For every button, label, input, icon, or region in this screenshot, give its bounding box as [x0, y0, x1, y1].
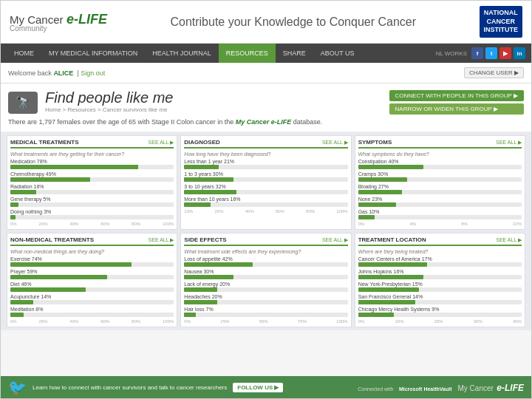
- find-title-block: Find people like me Home > Resources > C…: [45, 89, 173, 115]
- axis-symptoms: 0%4%8%10%: [358, 222, 522, 226]
- side-effects-panel: SIDE EFFECTS SEE ALL ▶ What treatment si…: [180, 233, 351, 327]
- nav-medical-info[interactable]: MY MEDICAL INFORMATION: [41, 44, 145, 63]
- bar-chemo: Chemotherapy 49%: [10, 171, 174, 182]
- binoculars-icon: 🔭: [8, 92, 38, 114]
- nav-bar: HOME MY MEDICAL INFORMATION HEALTH JOURN…: [1, 44, 531, 63]
- change-user-button[interactable]: CHANGE USER ▶: [464, 67, 524, 78]
- ms-healthvault-label: Microsoft HealthVault: [399, 386, 452, 392]
- bar-gene-therapy: Gene therapy 5%: [10, 197, 174, 207]
- see-all-non-medical[interactable]: SEE ALL ▶: [149, 237, 174, 243]
- symptoms-panel: SYMPTOMS SEE ALL ▶ What symptoms do they…: [355, 135, 525, 230]
- connect-group-button[interactable]: CONNECT WITH PEOPLE IN THIS GROUP ▶: [389, 90, 524, 101]
- brand-inline: My Cancer e-LIFE: [236, 118, 292, 126]
- bar-medication: Medication 78%: [10, 159, 174, 169]
- axis-diagnosed: 10%20%40%60%80%100%: [184, 209, 347, 214]
- panel-title-non-medical: NON-MEDICAL TREATMENTS: [10, 236, 94, 243]
- logo-elife-text: e-LIFE: [66, 12, 107, 27]
- find-section: 🔭 Find people like me Home > Resources >…: [1, 83, 531, 132]
- header-tagline: Contribute your Knowledge to Conquer Can…: [107, 16, 480, 29]
- axis-medical: 0%20%40%60%80%100%: [10, 222, 174, 226]
- treatment-location-panel: TREATMENT LOCATION SEE ALL ▶ Where are t…: [355, 233, 525, 327]
- youtube-icon[interactable]: ▶: [499, 47, 511, 59]
- bar-radiation: Radiation 16%: [10, 184, 174, 194]
- main-container: My Cancer e-LIFE Community Contribute yo…: [0, 0, 532, 399]
- stats-grid: MEDICAL TREATMENTS SEE ALL ▶ What treatm…: [1, 132, 531, 231]
- breadcrumb: Home > Resources > Cancer survivors like…: [45, 106, 173, 113]
- diagnosed-panel: DIAGNOSED SEE ALL ▶ How long have they b…: [180, 135, 351, 230]
- linkedin-icon[interactable]: in: [514, 47, 525, 59]
- panel-subtitle-non-medical: What non-medical things are they doing?: [10, 249, 174, 254]
- panel-header-non-medical: NON-MEDICAL TREATMENTS SEE ALL ▶: [10, 236, 174, 246]
- panel-title-medical: MEDICAL TREATMENTS: [10, 139, 79, 146]
- axis-location: 0%10%20%30%40%: [358, 319, 522, 324]
- logo-area: My Cancer e-LIFE Community: [10, 12, 107, 33]
- panel-header-diagnosed: DIAGNOSED SEE ALL ▶: [184, 139, 347, 149]
- panel-subtitle-side-effects: What treatment side effects are they exp…: [184, 249, 347, 254]
- panel-subtitle-location: Where are they being treated?: [358, 249, 522, 254]
- footer-bar: 🐦 Learn how to connect with cancer survi…: [1, 376, 531, 398]
- nav-health-journal[interactable]: HEALTH JOURNAL: [145, 44, 218, 63]
- sign-out-link[interactable]: Sign out: [81, 69, 105, 77]
- bar-doing-nothing: Doing nothing 3%: [10, 209, 174, 219]
- see-all-diagnosed[interactable]: SEE ALL ▶: [322, 140, 348, 146]
- stats-grid-row2: NON-MEDICAL TREATMENTS SEE ALL ▶ What no…: [1, 231, 531, 330]
- nav-home[interactable]: HOME: [7, 44, 41, 63]
- footer-brand: My Cancer e-LIFE: [458, 381, 524, 394]
- welcome-text: Welcome back ALICE | Sign out: [8, 69, 105, 77]
- bird-icon: 🐦: [8, 378, 27, 396]
- see-all-symptoms[interactable]: SEE ALL ▶: [496, 140, 522, 146]
- panel-subtitle-diagnosed: How long have they been diagnosed?: [184, 151, 347, 157]
- panel-subtitle-symptoms: What symptoms do they have?: [358, 151, 522, 157]
- footer-text: Learn how to connect with cancer survivo…: [33, 384, 227, 391]
- top-header: My Cancer e-LIFE Community Contribute yo…: [1, 1, 531, 44]
- axis-non-medical: 0%20%40%60%80%100%: [10, 319, 174, 324]
- medical-treatments-panel: MEDICAL TREATMENTS SEE ALL ▶ What treatm…: [7, 135, 177, 230]
- panel-title-diagnosed: DIAGNOSED: [184, 139, 219, 146]
- nav-resources[interactable]: RESOURCES: [219, 44, 276, 63]
- non-medical-panel: NON-MEDICAL TREATMENTS SEE ALL ▶ What no…: [7, 233, 177, 327]
- twitter-icon[interactable]: t: [485, 47, 497, 59]
- panel-header-medical: MEDICAL TREATMENTS SEE ALL ▶: [10, 139, 174, 149]
- panel-title-side-effects: SIDE EFFECTS: [184, 236, 226, 243]
- nav-about-us[interactable]: ABOUT US: [313, 44, 362, 63]
- description-text: There are 1,797 females over the age of …: [8, 118, 524, 126]
- logo-block: My Cancer e-LIFE Community: [10, 12, 107, 33]
- narrow-group-button[interactable]: NARROW OR WIDEN THIS GROUP ▶: [389, 103, 524, 115]
- social-icons: f t ▶ in: [471, 47, 525, 59]
- username-label: ALICE: [53, 69, 73, 77]
- group-buttons: CONNECT WITH PEOPLE IN THIS GROUP ▶ NARR…: [389, 90, 524, 115]
- welcome-bar: Welcome back ALICE | Sign out CHANGE USE…: [1, 63, 531, 83]
- panel-title-symptoms: SYMPTOMS: [358, 139, 392, 146]
- panel-header-side-effects: SIDE EFFECTS SEE ALL ▶: [184, 236, 347, 246]
- see-all-medical[interactable]: SEE ALL ▶: [149, 140, 174, 146]
- nci-logo: NATIONAL CANCER INSTITUTE: [480, 6, 523, 38]
- find-title: Find people like me: [45, 89, 173, 106]
- nav-share[interactable]: SHARE: [276, 44, 313, 63]
- panel-header-symptoms: SYMPTOMS SEE ALL ▶: [358, 139, 522, 149]
- nl-works-label: NL WORKS: [436, 50, 467, 57]
- panel-header-location: TREATMENT LOCATION SEE ALL ▶: [358, 236, 522, 246]
- find-header: 🔭 Find people like me Home > Resources >…: [8, 89, 524, 115]
- see-all-side-effects[interactable]: SEE ALL ▶: [322, 237, 348, 243]
- panel-title-location: TREATMENT LOCATION: [358, 236, 426, 243]
- footer-right: Connected with Microsoft HealthVault My …: [358, 381, 524, 394]
- see-all-location[interactable]: SEE ALL ▶: [496, 237, 522, 243]
- axis-side-effects: 0%25%50%75%100%: [184, 319, 347, 324]
- logo-my-text: My Cancer: [10, 13, 64, 26]
- connected-with-text: Connected with Microsoft HealthVault: [358, 381, 451, 394]
- facebook-icon[interactable]: f: [471, 47, 483, 59]
- follow-button[interactable]: FOLLOW US ▶: [233, 383, 283, 392]
- panel-subtitle-medical: What treatments are they getting for the…: [10, 151, 174, 157]
